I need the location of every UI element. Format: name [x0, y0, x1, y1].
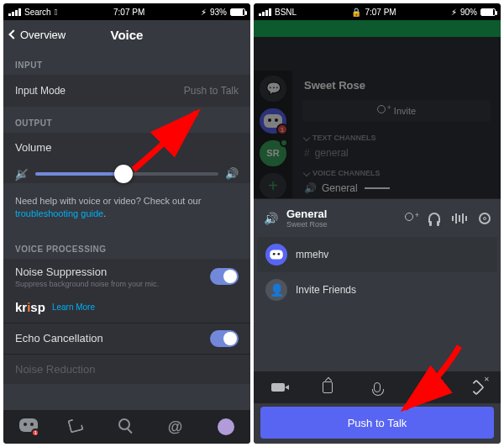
carrier-label: Search	[24, 8, 51, 17]
status-bar: BSNL 🔒 7:07 PM ⚡︎ 90%	[254, 3, 501, 20]
signal-icon	[259, 8, 271, 16]
clock: 7:07 PM	[113, 8, 144, 17]
echo-cancellation-toggle[interactable]	[210, 330, 239, 347]
troubleshooting-link[interactable]: troubleshooting guide	[15, 208, 103, 218]
voice-panel: 🔊 General Sweet Rose mmehv	[254, 198, 501, 444]
noise-suppression-sub: Suppress background noise from your mic.	[15, 280, 159, 288]
battery-icon	[480, 8, 496, 16]
invite-friends-icon: 👤	[265, 279, 287, 301]
nav-calls-icon[interactable]	[69, 418, 86, 435]
charging-icon: ⚡︎	[451, 8, 457, 17]
screenshare-icon[interactable]	[319, 379, 336, 396]
volume-label: Volume	[15, 141, 239, 154]
krisp-learn-more[interactable]: Learn More	[52, 302, 95, 312]
nav-mentions-icon[interactable]: @	[168, 418, 185, 435]
lock-icon: 🔒	[351, 8, 361, 17]
speaker-output-icon[interactable]	[418, 379, 435, 396]
section-voice-processing: VOICE PROCESSING	[3, 233, 250, 259]
battery-label: 90%	[460, 8, 477, 17]
server-view: 💬 1 SR + Sweet Rose Invite TEXT CHANNELS…	[254, 37, 501, 198]
bottom-nav: 1 @	[3, 410, 250, 444]
input-mode-row[interactable]: Input Mode Push to Talk	[3, 75, 250, 107]
volume-row: Volume 🔈 🔊	[3, 133, 250, 183]
battery-label: 93%	[210, 8, 227, 17]
right-phone: BSNL 🔒 7:07 PM ⚡︎ 90% 💬 1 SR + Sweet Ros…	[254, 3, 501, 444]
volume-slider[interactable]: 🔈 🔊	[15, 167, 239, 180]
active-call-bar[interactable]	[254, 20, 501, 37]
soundboard-icon[interactable]	[452, 213, 467, 224]
add-user-icon[interactable]	[405, 213, 417, 224]
back-button[interactable]: Overview	[10, 29, 66, 41]
nav-search-icon[interactable]	[118, 418, 135, 435]
echo-cancellation-label: Echo Cancellation	[15, 332, 103, 344]
section-output: OUTPUT	[3, 107, 250, 133]
slider-track[interactable]	[35, 172, 218, 176]
settings-header: Overview Voice	[3, 20, 250, 49]
help-text: Need help with voice or video? Check out…	[3, 183, 250, 233]
noise-reduction-label: Noise Reduction	[15, 363, 95, 376]
noise-suppression-row[interactable]: Noise Suppression Suppress background no…	[3, 259, 250, 295]
invite-friends-row[interactable]: 👤 Invite Friends	[257, 272, 497, 308]
back-label: Overview	[20, 29, 66, 41]
invite-friends-label: Invite Friends	[296, 284, 356, 296]
call-toolbar: ✕	[254, 371, 501, 403]
speaker-mute-icon: 🔈	[15, 167, 29, 180]
push-to-talk-button[interactable]: Push to Talk	[260, 407, 494, 439]
wifi-icon: 􀙇	[55, 8, 58, 17]
echo-cancellation-row[interactable]: Echo Cancellation	[3, 323, 250, 354]
nav-discord-icon[interactable]: 1	[19, 418, 36, 435]
participant-row[interactable]: mmehv	[257, 237, 497, 272]
voice-header: 🔊 General Sweet Rose	[254, 199, 501, 237]
mic-icon[interactable]	[369, 379, 386, 396]
krisp-row: krisp Learn More	[3, 295, 250, 323]
nav-badge: 1	[31, 429, 39, 437]
section-input: INPUT	[3, 49, 250, 75]
input-mode-label: Input Mode	[15, 85, 66, 97]
noise-suppression-label: Noise Suppression	[15, 266, 159, 278]
avatar	[265, 244, 287, 266]
headphones-icon[interactable]	[428, 213, 440, 223]
status-bar: Search 􀙇 7:07 PM ⚡︎ 93%	[3, 3, 250, 20]
charging-icon: ⚡︎	[201, 8, 207, 17]
noise-reduction-row: Noise Reduction	[3, 354, 250, 384]
carrier-label: BSNL	[275, 8, 297, 17]
noise-suppression-toggle[interactable]	[210, 268, 239, 285]
voice-channel-name: General	[286, 208, 396, 220]
clock: 7:07 PM	[365, 8, 396, 17]
dim-overlay	[254, 37, 501, 198]
voice-server-name: Sweet Rose	[286, 220, 396, 229]
signal-icon	[8, 8, 21, 16]
page-title: Voice	[111, 28, 144, 42]
gear-icon[interactable]	[479, 213, 491, 224]
nav-avatar[interactable]	[218, 418, 234, 435]
input-mode-value: Push to Talk	[184, 85, 239, 97]
participant-name: mmehv	[296, 249, 328, 260]
camera-icon[interactable]	[270, 379, 286, 396]
krisp-logo: krisp	[15, 300, 45, 314]
chevron-left-icon	[8, 29, 18, 39]
hangup-icon[interactable]: ✕	[468, 379, 485, 396]
battery-icon	[230, 8, 245, 16]
left-phone: Search 􀙇 7:07 PM ⚡︎ 93% Overview Voice I…	[3, 3, 250, 444]
speaker-icon: 🔊	[264, 212, 278, 225]
slider-knob[interactable]	[114, 165, 133, 183]
speaker-loud-icon: 🔊	[225, 167, 239, 180]
